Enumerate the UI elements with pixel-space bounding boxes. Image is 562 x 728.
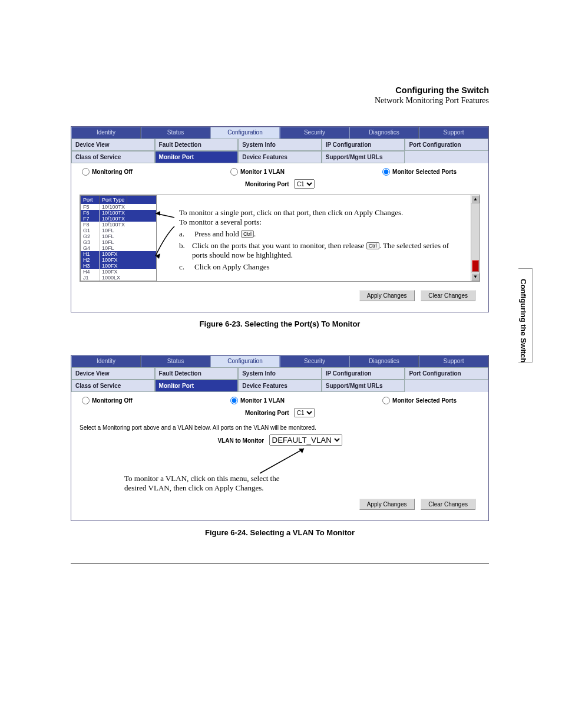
table-row[interactable]: J11000LX <box>81 275 156 281</box>
scroll-up-icon[interactable]: ▲ <box>471 195 480 203</box>
subtab-cos[interactable]: Class of Service <box>71 151 155 163</box>
subtab-device-features[interactable]: Device Features <box>238 151 322 163</box>
anno-line2: To monitor a several ports: <box>179 218 464 227</box>
radio-monitoring-off[interactable]: Monitoring Off <box>82 397 133 404</box>
table-row[interactable]: G210FL <box>81 233 156 239</box>
subtab-system-info[interactable]: System Info <box>238 139 322 151</box>
side-tab: Configuring the Switch <box>517 274 530 367</box>
svg-line-0 <box>156 213 174 218</box>
radio-monitor-vlan[interactable]: Monitor 1 VLAN <box>230 397 285 404</box>
monitoring-port-select[interactable]: C1 <box>294 179 315 189</box>
svg-line-3 <box>260 449 304 473</box>
subtab-empty <box>405 151 488 163</box>
figure-caption-2: Figure 6-24. Selecting a VLAN To Monitor <box>71 528 489 537</box>
svg-marker-2 <box>156 253 160 259</box>
tab-security[interactable]: Security <box>280 355 349 367</box>
scrollbar[interactable]: ▲ ▼ <box>471 195 480 281</box>
subtab-monitor-port[interactable]: Monitor Port <box>155 151 239 163</box>
table-row[interactable]: G110FL <box>81 228 156 233</box>
subtab-fault-detection[interactable]: Fault Detection <box>155 367 239 380</box>
clear-changes-button[interactable]: Clear Changes <box>421 499 475 510</box>
subtab-support-urls[interactable]: Support/Mgmt URLs <box>322 151 405 163</box>
vlan-instruction-text: Select a Monitoring port above and a VLA… <box>71 423 488 433</box>
subtab-support-urls[interactable]: Support/Mgmt URLs <box>322 380 405 392</box>
tab-diagnostics[interactable]: Diagnostics <box>349 355 419 367</box>
subtab-cos[interactable]: Class of Service <box>71 380 155 392</box>
tab-support[interactable]: Support <box>419 127 488 139</box>
table-row[interactable]: F710/100TX <box>81 216 156 222</box>
vlan-select[interactable]: DEFAULT_VLAN <box>269 434 342 446</box>
subtab-device-view[interactable]: Device View <box>71 139 155 151</box>
radio-monitor-ports[interactable]: Monitor Selected Ports <box>382 168 457 176</box>
svg-marker-1 <box>156 211 160 216</box>
tab-identity[interactable]: Identity <box>71 127 141 139</box>
tab-configuration[interactable]: Configuration <box>210 355 280 367</box>
subtab-empty <box>405 380 488 392</box>
radio-monitoring-off[interactable]: Monitoring Off <box>82 168 133 176</box>
subtab-port-config[interactable]: Port Configuration <box>405 367 488 380</box>
tab-configuration[interactable]: Configuration <box>210 127 280 139</box>
subtab-fault-detection[interactable]: Fault Detection <box>155 139 239 151</box>
key-ctrl: Ctrl <box>366 242 379 249</box>
subtab-ip-config[interactable]: IP Configuration <box>322 139 405 151</box>
scroll-thumb[interactable] <box>472 260 479 272</box>
tab-diagnostics[interactable]: Diagnostics <box>349 127 419 139</box>
table-row[interactable]: H4100FX <box>81 269 156 275</box>
tab-security[interactable]: Security <box>280 127 349 139</box>
col-port-type: Port Type <box>100 196 127 204</box>
table-row[interactable]: F610/100TX <box>81 210 156 216</box>
subtab-system-info[interactable]: System Info <box>238 367 322 380</box>
tab-status[interactable]: Status <box>141 355 210 367</box>
monitoring-port-label: Monitoring Port <box>245 181 289 187</box>
annotation-callout: To monitor a single port, click on that … <box>157 195 471 281</box>
subtab-monitor-port[interactable]: Monitor Port <box>155 380 239 392</box>
table-row[interactable]: F510/100TX <box>81 204 156 210</box>
tab-status[interactable]: Status <box>141 127 210 139</box>
clear-changes-button[interactable]: Clear Changes <box>421 290 475 301</box>
table-row[interactable]: H2100FX <box>81 257 156 263</box>
page-header-title: Configuring the Switch <box>71 85 489 95</box>
table-row[interactable]: H3100FX <box>81 263 156 269</box>
tab-identity[interactable]: Identity <box>71 355 141 367</box>
monitoring-port-select[interactable]: C1 <box>294 408 315 417</box>
tab-support[interactable]: Support <box>419 355 488 367</box>
monitoring-port-label: Monitoring Port <box>245 410 289 416</box>
vlan-callout: To monitor a VLAN, click on this menu, s… <box>124 474 295 493</box>
radio-monitor-vlan[interactable]: Monitor 1 VLAN <box>230 168 285 176</box>
scroll-down-icon[interactable]: ▼ <box>471 273 480 281</box>
screenshot-monitor-ports: Identity Status Configuration Security D… <box>71 126 489 312</box>
apply-changes-button[interactable]: Apply Changes <box>359 290 415 301</box>
table-row[interactable]: F810/100TX <box>81 222 156 228</box>
subtab-ip-config[interactable]: IP Configuration <box>322 367 405 380</box>
radio-monitor-ports[interactable]: Monitor Selected Ports <box>382 397 457 404</box>
figure-caption-1: Figure 6-23. Selecting the Port(s) To Mo… <box>71 319 489 328</box>
col-port: Port <box>81 196 100 204</box>
subtab-device-features[interactable]: Device Features <box>238 380 322 392</box>
key-ctrl: Ctrl <box>241 230 254 238</box>
subtab-device-view[interactable]: Device View <box>71 367 155 380</box>
table-row[interactable]: H1100FX <box>81 251 156 257</box>
vlan-to-monitor-label: VLAN to Monitor <box>217 437 264 444</box>
subtab-port-config[interactable]: Port Configuration <box>405 139 488 151</box>
anno-line1: To monitor a single port, click on that … <box>179 208 464 218</box>
table-row[interactable]: G310FL <box>81 239 156 245</box>
page-header-subtitle: Network Monitoring Port Features <box>71 96 489 106</box>
screenshot-monitor-vlan: Identity Status Configuration Security D… <box>71 355 489 521</box>
table-row[interactable]: G410FL <box>81 245 156 251</box>
port-table[interactable]: Port Port Type F510/100TXF610/100TXF710/… <box>80 195 157 281</box>
apply-changes-button[interactable]: Apply Changes <box>359 499 415 510</box>
